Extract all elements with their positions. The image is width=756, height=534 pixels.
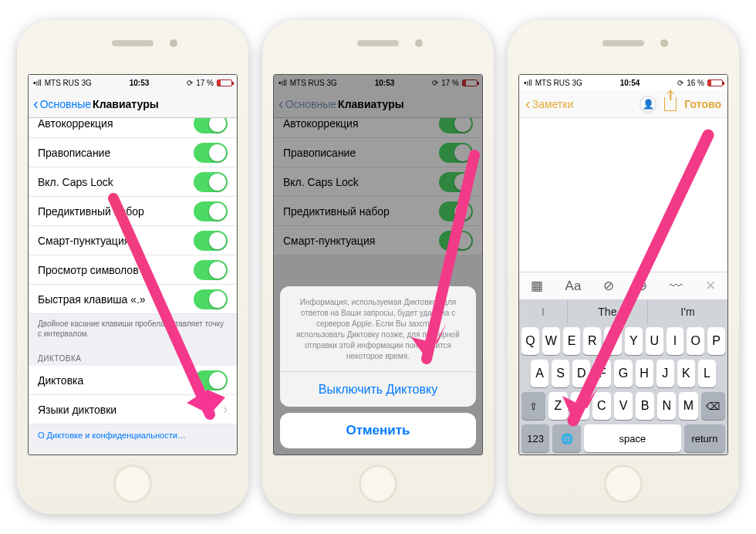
key-p[interactable]: P [707, 327, 725, 355]
navbar: ‹ Основные Клавиатуры [29, 90, 237, 118]
delete-key[interactable]: ⌫ [701, 392, 725, 420]
key-j[interactable]: J [656, 360, 674, 387]
home-button[interactable] [604, 465, 643, 503]
return-key[interactable]: return [684, 424, 725, 452]
share-icon[interactable] [664, 97, 677, 111]
kb-row-2: A S D F G H J K L [521, 360, 725, 387]
key-s[interactable]: S [552, 360, 569, 387]
settings-list: Автокоррекция Правописание Вкл. Caps Loc… [29, 118, 237, 455]
suggestion-3[interactable]: I'm [648, 299, 727, 324]
key-o[interactable]: O [687, 327, 704, 355]
phone-1: •ıllMTS RUS 3G 10:53 ⟳17 % ‹ Основные Кл… [17, 20, 248, 514]
action-sheet: Информация, используемая Диктовкой для о… [280, 286, 476, 448]
toggle-on-icon[interactable] [194, 231, 228, 251]
disable-dictation-button[interactable]: Выключить Диктовку [280, 371, 476, 407]
chevron-left-icon: ‹ [33, 95, 39, 113]
toggle-on-icon[interactable] [194, 143, 228, 163]
phone-2: •ıllMTS RUS 3G 10:53 ⟳17 % ‹ Основные Кл… [262, 20, 494, 514]
draw-icon[interactable]: 〰 [670, 279, 683, 294]
status-bar: •ıllMTS RUS 3G 10:54 ⟳16 % [519, 75, 727, 90]
toggle-on-icon[interactable] [194, 201, 228, 221]
key-t[interactable]: T [604, 327, 622, 355]
key-n[interactable]: N [657, 392, 676, 420]
shift-key[interactable]: ⇧ [521, 392, 545, 420]
table-icon[interactable]: ▦ [531, 278, 543, 294]
key-w[interactable]: W [542, 327, 560, 355]
add-attachment-icon[interactable]: ⊕ [636, 278, 647, 294]
collaborate-icon[interactable]: 👤 [640, 96, 656, 113]
notes-back-button[interactable]: ‹Заметки [525, 95, 573, 113]
key-m[interactable]: M [679, 392, 697, 420]
suggestion-2[interactable]: The [568, 299, 648, 324]
key-e[interactable]: E [563, 327, 581, 355]
kb-row-4: 123 🌐 space return [521, 424, 725, 452]
done-button[interactable]: Готово [684, 98, 721, 110]
sheet-message: Информация, используемая Диктовкой для о… [280, 286, 476, 371]
screen-notes: •ıllMTS RUS 3G 10:54 ⟳16 % ‹Заметки 👤 Го… [518, 74, 728, 455]
key-v[interactable]: V [614, 392, 633, 420]
close-toolbar-icon[interactable]: ✕ [705, 278, 716, 294]
key-r[interactable]: R [583, 327, 601, 355]
checklist-icon[interactable]: ⊘ [603, 278, 614, 294]
key-k[interactable]: K [677, 360, 695, 387]
key-f[interactable]: F [593, 360, 611, 387]
screen-actionsheet: •ıllMTS RUS 3G 10:53 ⟳17 % ‹ Основные Кл… [273, 74, 483, 455]
numbers-key[interactable]: 123 [521, 424, 549, 452]
key-c[interactable]: C [592, 392, 611, 420]
dictation-privacy-link[interactable]: О Диктовке и конфиденциальности… [29, 424, 237, 446]
toggle-on-icon[interactable] [194, 289, 228, 309]
chevron-right-icon: › [223, 401, 228, 417]
suggestion-bar: I The I'm [519, 299, 727, 324]
phone-3: •ıllMTS RUS 3G 10:54 ⟳16 % ‹Заметки 👤 Го… [508, 20, 739, 514]
shift-icon: ⇧ [529, 400, 538, 412]
row-charpreview[interactable]: Просмотр символов [29, 255, 237, 285]
note-body[interactable] [519, 118, 727, 272]
page-title: Клавиатуры [93, 98, 159, 110]
key-b[interactable]: B [636, 392, 654, 420]
key-h[interactable]: H [636, 360, 653, 387]
toggle-on-icon[interactable] [194, 118, 228, 134]
key-l[interactable]: L [698, 360, 716, 387]
keyboard: Q W E R T Y U I O P A S D F G H J K L [519, 324, 727, 455]
toggle-on-icon[interactable] [194, 260, 228, 280]
key-a[interactable]: A [531, 360, 548, 387]
backspace-icon: ⌫ [706, 400, 720, 412]
home-button[interactable] [359, 465, 397, 503]
key-d[interactable]: D [572, 360, 590, 387]
row-spelling[interactable]: Правописание [29, 138, 237, 167]
toggle-on-icon[interactable] [194, 370, 228, 390]
screen-settings: •ıllMTS RUS 3G 10:53 ⟳17 % ‹ Основные Кл… [28, 74, 238, 455]
home-button[interactable] [113, 465, 152, 503]
chevron-left-icon: ‹ [525, 95, 531, 113]
kb-row-1: Q W E R T Y U I O P [521, 327, 725, 355]
space-key[interactable]: space [584, 424, 681, 452]
row-shortcut[interactable]: Быстрая клавиша «.» [29, 285, 237, 314]
key-x[interactable]: X [571, 392, 589, 420]
key-i[interactable]: I [667, 327, 684, 355]
notes-navbar: ‹Заметки 👤 Готово [519, 90, 727, 118]
key-z[interactable]: Z [548, 392, 567, 420]
kb-row-3: ⇧ Z X C V B N M ⌫ [521, 392, 725, 420]
section-dictation: ДИКТОВКА [29, 343, 237, 366]
row-dictlangs[interactable]: Языки диктовки› [29, 395, 237, 424]
toggle-on-icon[interactable] [194, 172, 228, 192]
globe-icon: 🌐 [561, 433, 573, 444]
key-g[interactable]: G [614, 360, 632, 387]
suggestion-1[interactable]: I [519, 299, 568, 324]
shortcut-footer: Двойное касание клавиши пробела вставляе… [29, 314, 237, 343]
key-u[interactable]: U [646, 327, 663, 355]
row-capslock[interactable]: Вкл. Caps Lock [29, 167, 237, 197]
key-y[interactable]: Y [625, 327, 643, 355]
status-bar: •ıllMTS RUS 3G 10:53 ⟳17 % [29, 75, 237, 90]
row-smartpunct[interactable]: Смарт-пунктуация [29, 226, 237, 255]
key-q[interactable]: Q [521, 327, 539, 355]
globe-key[interactable]: 🌐 [552, 424, 580, 452]
row-predictive[interactable]: Предиктивный набор [29, 197, 237, 226]
row-dictation[interactable]: Диктовка [29, 366, 237, 395]
row-autocorrect[interactable]: Автокоррекция [29, 118, 237, 138]
text-format-button[interactable]: Aa [565, 279, 582, 294]
cancel-button[interactable]: Отменить [280, 413, 476, 448]
format-toolbar: ▦ Aa ⊘ ⊕ 〰 ✕ [519, 272, 727, 299]
back-button[interactable]: ‹ Основные [33, 95, 91, 113]
